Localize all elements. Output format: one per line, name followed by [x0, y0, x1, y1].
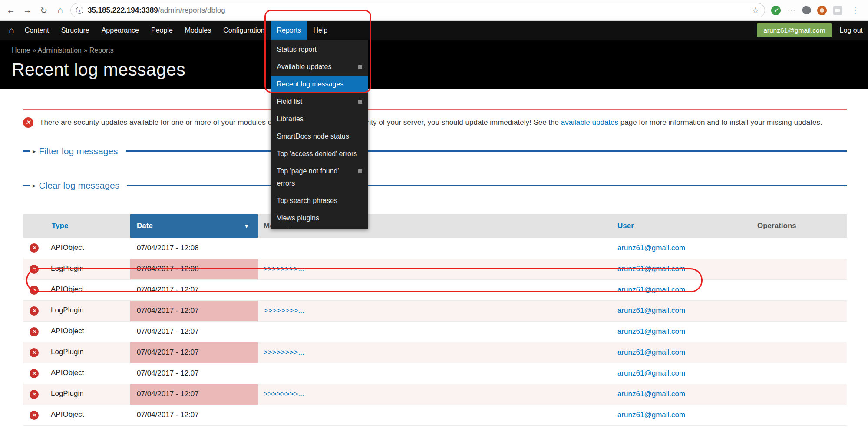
error-icon: ✕ [30, 306, 39, 316]
log-operations [751, 363, 847, 384]
log-type: LogPlugin [51, 389, 84, 398]
menu-item-available-updates[interactable]: Available updates [271, 58, 368, 76]
log-user-link[interactable]: arunz61@gmail.com [617, 411, 685, 419]
table-row: ✕APIObject 07/04/2017 - 12:07 arunz61@gm… [23, 405, 847, 425]
table-row: ✕LogPlugin 07/04/2017 - 12:07 >>>>>>>>..… [23, 300, 847, 321]
table-row: ✕APIObject 07/04/2017 - 12:07 arunz61@gm… [23, 363, 847, 384]
log-message-link[interactable]: >>>>>>>>... [264, 306, 304, 315]
log-user-link[interactable]: arunz61@gmail.com [617, 286, 685, 294]
page-header: Home » Administration » Reports Recent l… [0, 40, 868, 89]
menu-item-smartdocs-node-status[interactable]: SmartDocs node status [271, 128, 368, 145]
browser-nav-buttons: ← → ↻ ⌂ [4, 4, 67, 17]
error-x-glyph: ✕ [32, 308, 36, 314]
log-type: LogPlugin [51, 348, 84, 356]
browser-menu-icon[interactable]: ⋮ [848, 5, 862, 15]
available-updates-link[interactable]: available updates [561, 118, 618, 126]
menu-item-top-access-denied-errors[interactable]: Top 'access denied' errors [271, 145, 368, 163]
fieldset-dash [23, 185, 30, 186]
toolbar-item-content[interactable]: Content [19, 21, 55, 40]
log-user-link[interactable]: arunz61@gmail.com [617, 306, 685, 315]
menu-item-libraries[interactable]: Libraries [271, 110, 368, 128]
url-host: 35.185.222.194:3389 [88, 6, 158, 15]
log-message-link[interactable]: >>>>>>>>... [264, 348, 304, 356]
log-message-link[interactable]: >>>>>>>>... [264, 265, 304, 273]
log-user-link[interactable]: arunz61@gmail.com [617, 390, 685, 398]
menu-item-label: Status report [277, 43, 317, 56]
log-user-link[interactable]: arunz61@gmail.com [617, 369, 685, 377]
toolbar-item-configuration[interactable]: Configuration [217, 21, 271, 40]
collapse-arrow-icon: ▸ [33, 182, 36, 189]
log-operations [751, 321, 847, 342]
toolbar-item-modules[interactable]: Modules [179, 21, 217, 40]
filter-log-messages-toggle[interactable]: Filter log messages [39, 146, 118, 156]
log-user-link[interactable]: arunz61@gmail.com [617, 348, 685, 356]
toolbar-item-structure[interactable]: Structure [55, 21, 96, 40]
sort-descending-icon[interactable]: ▼ [244, 223, 249, 229]
warning-text-after: page for more information and to install… [618, 118, 822, 126]
green-check-extension-icon[interactable]: ✓ [771, 6, 781, 15]
error-icon: ✕ [30, 327, 39, 336]
reports-dropdown-menu: Status report Available updates Recent l… [271, 40, 368, 229]
log-user-link[interactable]: arunz61@gmail.com [617, 244, 685, 252]
browser-chrome: ← → ↻ ⌂ i 35.185.222.194:3389/admin/repo… [0, 0, 868, 21]
security-warning-message: ✕ There are security updates available f… [23, 109, 847, 128]
menu-item-top-page-not-found-errors[interactable]: Top 'page not found' errors [271, 163, 368, 192]
error-x-glyph: ✕ [32, 266, 36, 272]
page-info-icon[interactable]: i [76, 7, 83, 14]
menu-item-field-list[interactable]: Field list [271, 93, 368, 110]
menu-item-recent-log-messages[interactable]: Recent log messages [271, 76, 368, 93]
admin-toolbar: ⌂ Content Structure Appearance People Mo… [0, 21, 868, 40]
logout-button[interactable]: Log out [838, 21, 868, 40]
log-date: 07/04/2017 - 12:07 [137, 348, 199, 356]
menu-item-label: Available updates [277, 61, 331, 73]
dots-extension-icon[interactable] [787, 6, 796, 15]
toolbar-item-help[interactable]: Help [307, 21, 333, 40]
page-title: Recent log messages [12, 60, 868, 80]
clear-log-messages-toggle[interactable]: Clear log messages [39, 180, 120, 191]
orange-extension-icon[interactable] [817, 6, 827, 15]
back-icon[interactable]: ← [4, 4, 17, 17]
menu-item-label: Recent log messages [277, 78, 343, 90]
log-user-link[interactable]: arunz61@gmail.com [617, 265, 685, 273]
update-badge-icon [358, 65, 362, 69]
toolbar-item-reports[interactable]: Reports Status report Available updates … [271, 21, 307, 40]
toolbar-home-icon[interactable]: ⌂ [4, 21, 19, 40]
log-user-link[interactable]: arunz61@gmail.com [617, 327, 685, 336]
toolbar-item-reports-label: Reports [277, 27, 301, 34]
log-operations [751, 238, 847, 259]
fieldset-rule [127, 185, 847, 186]
error-icon: ✕ [30, 348, 39, 357]
log-message-link[interactable]: >>>>>>>>... [264, 390, 304, 398]
table-row-highlighted: ✕LogPlugin 07/04/2017 - 12:08 >>>>>>>>..… [23, 259, 847, 279]
menu-item-label: SmartDocs node status [277, 130, 349, 143]
reload-icon[interactable]: ↻ [37, 4, 50, 17]
menu-item-top-search-phrases[interactable]: Top search phrases [271, 192, 368, 209]
log-date: 07/04/2017 - 12:07 [137, 306, 199, 315]
menu-item-views-plugins[interactable]: Views plugins [271, 209, 368, 227]
error-x-glyph: ✕ [32, 329, 36, 335]
breadcrumb[interactable]: Home » Administration » Reports [12, 47, 868, 55]
log-type: APIObject [51, 369, 84, 377]
sort-by-user-link[interactable]: User [612, 222, 751, 230]
screenshot-extension-icon[interactable] [833, 6, 842, 15]
date-header-label: Date [137, 222, 153, 230]
user-account-button[interactable]: arunz61@gmail.com [757, 23, 832, 37]
error-x-glyph: ✕ [32, 287, 36, 293]
url-bar[interactable]: i 35.185.222.194:3389/admin/reports/dblo… [70, 3, 765, 17]
clear-log-messages-fieldset: ▸ Clear log messages [23, 178, 847, 193]
operations-header: Operations [751, 214, 847, 238]
sort-by-date-header[interactable]: Date▼ [130, 214, 258, 238]
table-row: ✕LogPlugin 07/04/2017 - 12:07 >>>>>>>>..… [23, 342, 847, 363]
sort-by-type-link[interactable]: Type [23, 222, 130, 230]
toolbar-item-appearance[interactable]: Appearance [96, 21, 145, 40]
log-operations [751, 384, 847, 405]
collapse-arrow-icon: ▸ [33, 147, 36, 155]
menu-item-status-report[interactable]: Status report [271, 41, 368, 58]
forward-icon[interactable]: → [21, 4, 34, 17]
bookmark-star-icon[interactable]: ☆ [752, 5, 759, 16]
menu-item-label: Libraries [277, 113, 303, 125]
error-x-glyph: ✕ [26, 119, 31, 126]
home-icon[interactable]: ⌂ [54, 4, 67, 17]
toolbar-item-people[interactable]: People [145, 21, 179, 40]
gray-extension-icon[interactable] [802, 6, 811, 14]
